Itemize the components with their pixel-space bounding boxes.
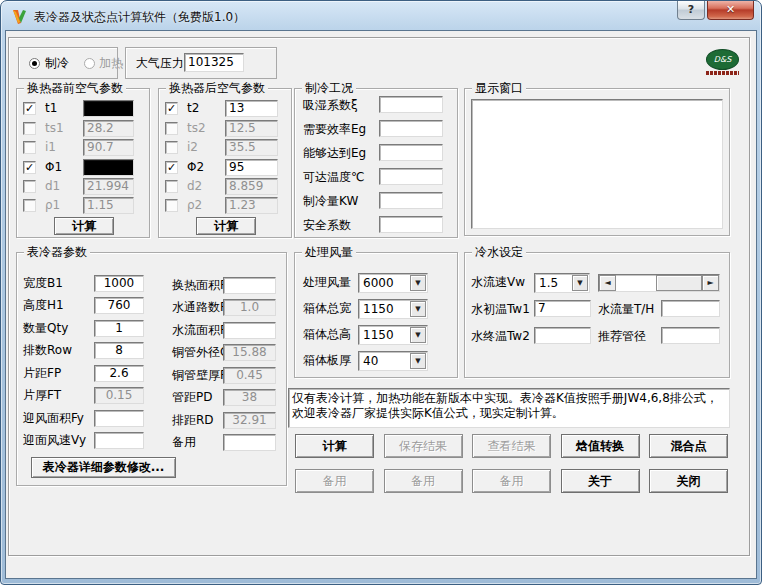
phi1-label: Φ1 (45, 159, 62, 176)
phi2-input[interactable]: 95 (225, 159, 278, 176)
box-height-select[interactable]: 1150 ▼ (358, 325, 428, 345)
checkbox-rho2[interactable] (165, 199, 178, 212)
spare-button-3: 备用 (472, 469, 551, 493)
box-height-value: 1150 (363, 328, 394, 343)
capacity-input[interactable] (379, 192, 443, 209)
qty-label: 数量Qty (23, 320, 68, 337)
checkbox-i2[interactable] (165, 141, 178, 154)
calc-button[interactable]: 计算 (295, 434, 374, 458)
water-flow-label: 水流量T/H (598, 301, 654, 318)
chevron-down-icon[interactable]: ▼ (410, 353, 426, 369)
checkbox-d1[interactable] (23, 180, 36, 193)
ts2-label: ts2 (187, 120, 206, 137)
panel-air-after-title: 换热器后空气参数 (166, 81, 268, 95)
eg-need-label: 需要效率Eg (303, 121, 366, 138)
rows-label: 排数Row (23, 342, 72, 359)
row-pitch-label: 排距RD (172, 412, 214, 429)
airflow-select[interactable]: 6000 ▼ (358, 273, 428, 293)
enthalpy-convert-button[interactable]: 焓值转换 (561, 434, 640, 458)
water-path-input: 1.0 (223, 299, 276, 316)
panel-water: 冷水设定 水流速Vw 1.5 ▼ ◄ ► 水初温Tw1 7 水流量T/H 水终温… (464, 252, 730, 378)
face-speed-input[interactable] (94, 432, 144, 449)
t2-label: t2 (187, 100, 199, 117)
scroll-right-icon[interactable]: ► (702, 275, 719, 291)
chevron-down-icon[interactable]: ▼ (572, 275, 588, 291)
checkbox-d2[interactable] (165, 180, 178, 193)
tw2-input[interactable] (534, 327, 591, 344)
width-b1-input[interactable]: 1000 (94, 275, 144, 292)
t2-input[interactable]: 13 (225, 100, 278, 117)
height-h1-input[interactable]: 760 (94, 297, 144, 314)
display-output-box[interactable] (471, 99, 723, 229)
d1-input: 21.994 (83, 178, 134, 195)
pressure-input[interactable]: 101325 (184, 53, 244, 72)
chevron-down-icon[interactable]: ▼ (410, 327, 426, 343)
checkbox-i1[interactable] (23, 141, 36, 154)
spare-input[interactable] (223, 434, 276, 451)
coil-detail-button[interactable]: 表冷器详细参数修改... (31, 457, 176, 478)
view-result-button: 查看结果 (472, 434, 551, 458)
panel-display-title: 显示窗口 (472, 81, 526, 95)
mix-point-button[interactable]: 混合点 (649, 434, 728, 458)
radio-cool-icon[interactable] (29, 58, 40, 69)
xi-input[interactable] (379, 96, 443, 113)
checkbox-rho1[interactable] (23, 199, 36, 212)
fin-pitch-input[interactable]: 2.6 (94, 365, 144, 382)
panel-cooling-title: 制冷工况 (302, 81, 356, 95)
water-area-input[interactable] (223, 322, 276, 339)
spare-button-2: 备用 (384, 469, 463, 493)
chevron-down-icon[interactable]: ▼ (410, 301, 426, 317)
calc-before-button[interactable]: 计算 (54, 217, 114, 235)
checkbox-ts1[interactable] (23, 122, 36, 135)
fin-pitch-label: 片距FP (23, 365, 61, 382)
checkbox-t1-checked[interactable]: ✓ (23, 102, 36, 115)
about-button[interactable]: 关于 (561, 469, 640, 493)
rows-input[interactable]: 8 (94, 342, 144, 359)
app-logo-icon (12, 9, 28, 25)
close-app-button[interactable]: 关闭 (649, 469, 728, 493)
panel-coil-params: 表冷器参数 宽度B1 1000 高度H1 760 数量Qty 1 排数Row 8… (16, 252, 287, 486)
temp-reach-input[interactable] (379, 168, 443, 185)
pipe-size-input[interactable] (661, 327, 720, 344)
tube-pitch-input: 38 (223, 389, 276, 406)
save-result-button: 保存结果 (384, 434, 463, 458)
checkbox-phi1-checked[interactable]: ✓ (23, 161, 36, 174)
scrollbar-thumb[interactable] (656, 275, 702, 291)
face-area-input[interactable] (94, 410, 144, 427)
scroll-left-icon[interactable]: ◄ (599, 275, 616, 291)
mode-cool-label[interactable]: 制冷 (45, 55, 69, 72)
panel-air-before: 换热器前空气参数 ✓ t1 ts1 28.2 i1 90.7 ✓ Φ1 d1 2… (16, 88, 150, 238)
panel-cooling-condition: 制冷工况 吸湿系数ξ 需要效率Eg 能够达到Eg 可达温度℃ 制冷量KW 安全系… (294, 88, 458, 238)
safety-input[interactable] (379, 216, 443, 233)
mode-group: 制冷 加热 (18, 47, 118, 79)
face-area-label: 迎风面积Fy (23, 410, 84, 427)
chevron-down-icon[interactable]: ▼ (410, 275, 426, 291)
ex-area-input[interactable] (223, 277, 276, 294)
radio-heat-icon[interactable] (84, 58, 95, 69)
title-bar[interactable]: 表冷器及状态点计算软件（免费版1.0） (1, 1, 761, 31)
tube-od-input: 15.88 (223, 344, 276, 361)
water-flow-input[interactable] (661, 300, 720, 317)
box-width-select[interactable]: 1150 ▼ (358, 299, 428, 319)
close-button[interactable]: ✕ (707, 1, 754, 20)
eg-reach-input[interactable] (379, 144, 443, 161)
d2-label: d2 (187, 178, 202, 195)
pressure-label: 大气压力 (136, 55, 184, 72)
d2-input: 8.859 (225, 178, 278, 195)
checkbox-ts2[interactable] (165, 122, 178, 135)
help-button[interactable]: ? (677, 1, 705, 20)
box-plate-select[interactable]: 40 ▼ (358, 351, 428, 371)
t1-input[interactable] (83, 100, 134, 117)
box-width-label: 箱体总宽 (303, 300, 351, 317)
eg-need-input[interactable] (379, 120, 443, 137)
water-speed-scrollbar[interactable]: ◄ ► (598, 274, 720, 292)
qty-input[interactable]: 1 (94, 320, 144, 337)
checkbox-phi2-checked[interactable]: ✓ (165, 161, 178, 174)
calc-after-button[interactable]: 计算 (196, 217, 256, 235)
phi1-input[interactable] (83, 159, 134, 176)
water-speed-select[interactable]: 1.5 ▼ (534, 273, 590, 293)
tw1-input[interactable]: 7 (534, 300, 591, 317)
d1-label: d1 (45, 178, 60, 195)
checkbox-t2-checked[interactable]: ✓ (165, 102, 178, 115)
tw1-label: 水初温Tw1 (471, 301, 530, 318)
